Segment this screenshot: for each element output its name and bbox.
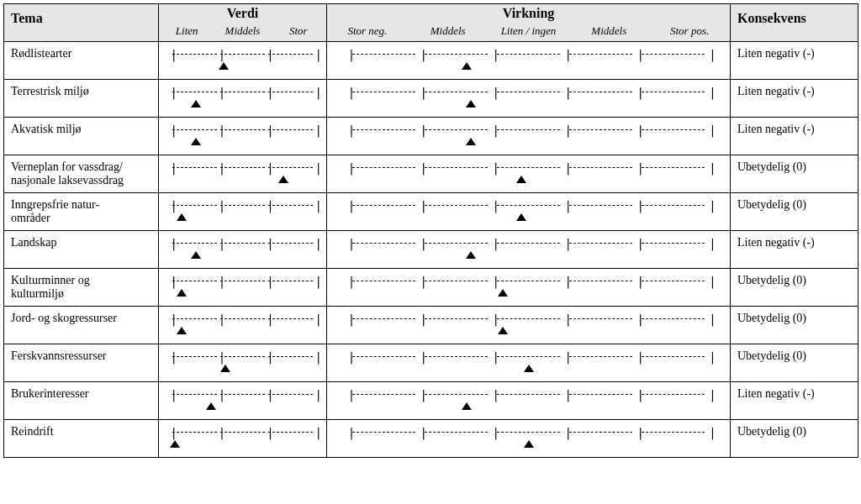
verdi-marker-icon — [220, 365, 230, 372]
virkning-tick — [348, 238, 349, 249]
header-verdi: Verdi Liten Middels Stor — [159, 4, 327, 42]
verdi-tick — [170, 351, 171, 363]
virkning-tick — [564, 427, 565, 438]
virk-sub-0: Stor neg. — [327, 24, 408, 38]
virkning-tick — [637, 162, 637, 174]
verdi-tick — [315, 313, 316, 325]
verdi-cell — [159, 118, 327, 155]
virkning-scale — [332, 83, 725, 117]
virkning-tick — [493, 124, 494, 136]
verdi-cell — [159, 382, 327, 420]
verdi-tick — [170, 49, 171, 60]
virkning-tick — [564, 124, 565, 136]
tema-cell: Verneplan for vassdrag/nasjonale lakseva… — [4, 155, 159, 193]
table-row: RødlistearterLiten negativ (-) — [4, 42, 858, 80]
verdi-tick — [315, 200, 316, 212]
virkning-tick — [709, 313, 710, 325]
verdi-cell — [159, 420, 327, 458]
verdi-scale — [164, 423, 321, 457]
virkning-marker-icon — [524, 440, 534, 448]
virkning-tick — [709, 389, 710, 401]
tema-cell: Akvatisk miljø — [4, 118, 159, 155]
virk-sub-1: Middels — [408, 24, 489, 38]
verdi-sub-1: Middels — [214, 24, 270, 38]
virkning-tick — [348, 351, 349, 363]
table-row: BrukerinteresserLiten negativ (-) — [4, 382, 858, 420]
verdi-tick — [170, 276, 171, 287]
verdi-tick — [267, 49, 267, 60]
konsekvens-cell: Ubetydelig (0) — [731, 155, 858, 193]
verdi-cell — [159, 269, 327, 307]
header-verdi-title: Verdi — [159, 4, 326, 23]
tema-cell: Brukerinteresser — [4, 382, 159, 420]
virkning-tick — [493, 162, 494, 174]
virkning-tick — [348, 200, 349, 212]
virk-sub-4: Stor pos. — [649, 24, 730, 38]
virkning-tick — [420, 389, 421, 401]
verdi-cell — [159, 80, 327, 118]
verdi-cell — [159, 307, 327, 344]
verdi-tick — [170, 87, 171, 98]
virkning-cell — [327, 42, 731, 80]
virkning-tick — [564, 162, 565, 174]
table-row: Inngrepsfrie natur-områderUbetydelig (0) — [4, 193, 858, 231]
konsekvens-cell: Liten negativ (-) — [731, 80, 858, 118]
verdi-scale — [164, 83, 321, 117]
tema-cell: Kulturminner ogkulturmiljø — [4, 269, 159, 307]
virkning-tick — [420, 87, 421, 98]
virkning-tick — [709, 124, 710, 136]
verdi-marker-icon — [191, 100, 201, 108]
virkning-cell — [327, 231, 731, 269]
table-row: LandskapLiten negativ (-) — [4, 231, 858, 269]
virkning-tick — [348, 87, 349, 98]
verdi-scale — [164, 348, 321, 381]
verdi-marker-icon — [191, 138, 201, 145]
verdi-tick — [267, 427, 267, 438]
verdi-scale — [164, 121, 321, 155]
virkning-tick — [709, 87, 710, 98]
verdi-tick — [267, 162, 267, 174]
virkning-tick — [420, 49, 421, 60]
virkning-tick — [564, 389, 565, 401]
verdi-tick — [219, 87, 219, 98]
verdi-tick — [219, 313, 219, 325]
verdi-cell — [159, 231, 327, 269]
konsekvens-cell: Ubetydelig (0) — [731, 269, 858, 307]
tema-cell: Reindrift — [4, 420, 159, 458]
verdi-tick — [170, 124, 171, 136]
verdi-marker-icon — [177, 327, 187, 334]
virkning-tick — [709, 276, 710, 287]
verdi-cell — [159, 155, 327, 193]
virkning-cell — [327, 193, 731, 231]
virkning-marker-icon — [516, 213, 526, 221]
verdi-marker-icon — [278, 176, 288, 183]
virkning-tick — [564, 200, 565, 212]
virkning-tick — [637, 313, 637, 325]
virkning-tick — [420, 427, 421, 438]
virkning-tick — [709, 49, 710, 60]
verdi-tick — [315, 162, 316, 174]
virkning-tick — [493, 49, 494, 60]
verdi-tick — [315, 124, 316, 136]
virkning-tick — [564, 49, 565, 60]
virkning-tick — [420, 200, 421, 212]
virkning-tick — [637, 49, 637, 60]
virkning-marker-icon — [462, 402, 472, 410]
virkning-tick — [493, 200, 494, 212]
verdi-tick — [219, 351, 219, 363]
verdi-tick — [170, 200, 171, 212]
virkning-scale — [332, 121, 725, 155]
verdi-tick — [219, 276, 219, 287]
konsekvens-cell: Liten negativ (-) — [731, 382, 858, 420]
verdi-scale — [164, 234, 321, 268]
virkning-tick — [637, 87, 637, 98]
virkning-tick — [493, 87, 494, 98]
table-row: ReindriftUbetydelig (0) — [4, 420, 858, 458]
virkning-tick — [564, 87, 565, 98]
verdi-tick — [267, 124, 267, 136]
virkning-tick — [420, 162, 421, 174]
virkning-tick — [420, 238, 421, 249]
virkning-cell — [327, 344, 731, 382]
verdi-tick — [219, 200, 219, 212]
virkning-tick — [493, 389, 494, 401]
